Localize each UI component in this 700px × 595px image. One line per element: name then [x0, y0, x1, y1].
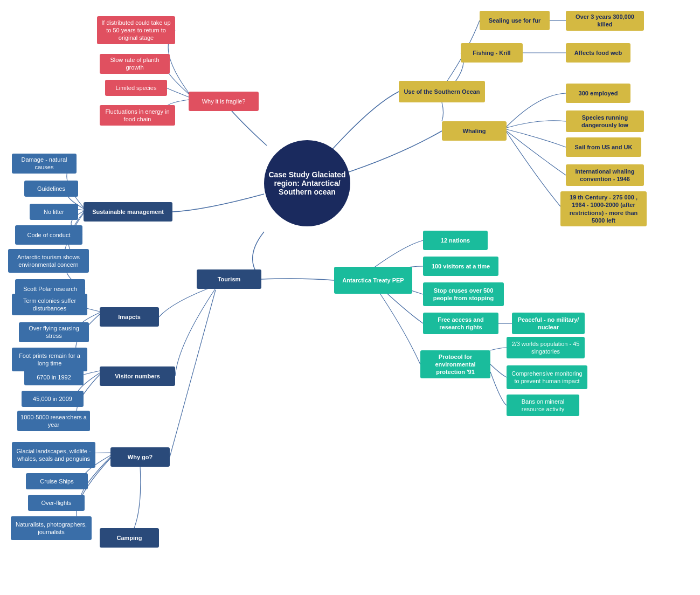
node-speciesRunning: Species running dangerously low [566, 110, 644, 132]
node-codeConduct: Code of conduct [15, 225, 82, 245]
node-worlds23: 2/3 worlds population - 45 singatories [507, 337, 585, 358]
node-19thCentury: 19 th Century - 275 000 , 1964 - 1000-20… [560, 191, 647, 226]
node-100visitors: 100 visitors at a time [423, 257, 498, 276]
node-comprehensive: Comprehensive monitoring to prevent huma… [507, 365, 587, 389]
node-12nations: 12 nations [423, 231, 488, 250]
node-cruiseShips: Cruise Ships [26, 473, 88, 489]
node-visitorNumbers: Visitor numbers [100, 366, 175, 386]
node-overFlying: Over flying causing stress [19, 322, 89, 342]
node-overflights: Over-flights [28, 495, 85, 511]
node-bans: Bans on mineral resource activity [507, 395, 579, 416]
node-fishing: Fishing - Krill [461, 43, 523, 63]
node-300employed: 300 employed [566, 84, 630, 103]
node-naturalists: Naturalists, photographers, journalists [11, 516, 92, 540]
node-whaling: Whaling [442, 121, 507, 141]
node-v45000: 45,000 in 2009 [22, 391, 84, 407]
node-fluctuations: Fluctuations in energy in food chain [100, 105, 175, 126]
node-fragile: Why it is fragile? [189, 92, 259, 111]
node-distributed: If distributed could take up to 50 years… [97, 16, 175, 44]
node-stopCruises: Stop cruses over 500 people from stoppin… [423, 282, 504, 306]
center-node: Case Study Glaciated region: Antarctica/… [264, 140, 350, 226]
node-noLitter: No litter [30, 204, 78, 220]
node-useOcean: Use of the Southern Ocean [399, 81, 485, 102]
node-glacialLandscapes: Glacial landscapes, wildlife - whales, s… [12, 442, 95, 468]
node-impacts: Imapcts [100, 307, 159, 327]
node-over3years: Over 3 years 300,000 killed [566, 11, 644, 31]
node-v1000: 1000-5000 researchers a year [17, 411, 90, 431]
node-sustainableMgmt: Sustainable management [84, 202, 172, 222]
node-footPrints: Foot prints remain for a long time [12, 348, 87, 371]
node-v6700: 6700 in 1992 [24, 369, 84, 385]
node-whyGo: Why go? [110, 447, 170, 467]
node-antarcticTourism: Antarctic tourism shows environmental co… [8, 249, 89, 273]
node-affectsfood: Affects food web [566, 43, 630, 63]
node-freeAccess: Free access and research rights [423, 313, 498, 334]
node-sailUS: Sail from US and UK [566, 137, 641, 157]
node-camping: Camping [100, 528, 159, 548]
node-termColonies: Term colonies suffer disturbances [12, 294, 87, 315]
node-peaceful: Peaceful - no military/ nuclear [512, 313, 585, 334]
node-slowRate: Slow rate of planth growth [100, 54, 170, 74]
node-guidelines: Guidelines [24, 181, 78, 197]
node-tourism: Tourism [197, 269, 261, 289]
node-antarcticaTreaty: Antarctica Treaty PEP [334, 267, 412, 294]
node-limitedSpecies: Limited species [105, 80, 167, 96]
node-protocol: Protocol for environmental protection '9… [420, 350, 490, 378]
node-damageNatural: Damage - natural causes [12, 154, 77, 174]
node-sealingFur: Sealing use for fur [480, 11, 550, 30]
node-intlWhaling: International whaling convention - 1946 [566, 164, 644, 186]
